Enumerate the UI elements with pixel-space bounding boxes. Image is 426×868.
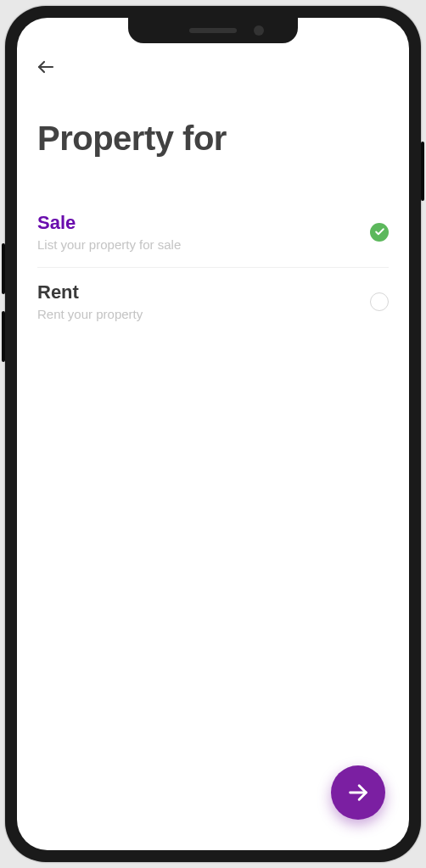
phone-frame: Property for Sale List your property for… xyxy=(5,6,421,862)
arrow-right-icon xyxy=(346,781,370,804)
back-arrow-icon xyxy=(36,57,56,77)
option-text: Sale List your property for sale xyxy=(37,212,370,252)
check-icon xyxy=(374,226,385,237)
phone-side-button xyxy=(421,142,424,201)
content-area: Property for Sale List your property for… xyxy=(17,18,409,850)
option-sale[interactable]: Sale List your property for sale xyxy=(37,198,389,268)
option-label: Rent xyxy=(37,281,370,303)
option-label: Sale xyxy=(37,212,370,234)
option-text: Rent Rent your property xyxy=(37,281,370,321)
phone-side-button xyxy=(2,311,5,362)
page-title: Property for xyxy=(37,120,389,158)
option-rent[interactable]: Rent Rent your property xyxy=(37,268,389,337)
next-button[interactable] xyxy=(331,765,385,820)
option-description: Rent your property xyxy=(37,307,370,321)
screen: Property for Sale List your property for… xyxy=(17,18,409,850)
radio-unselected[interactable] xyxy=(370,292,389,311)
option-description: List your property for sale xyxy=(37,237,370,252)
phone-side-button xyxy=(2,243,5,294)
radio-selected[interactable] xyxy=(370,223,389,242)
back-button[interactable] xyxy=(34,55,58,79)
